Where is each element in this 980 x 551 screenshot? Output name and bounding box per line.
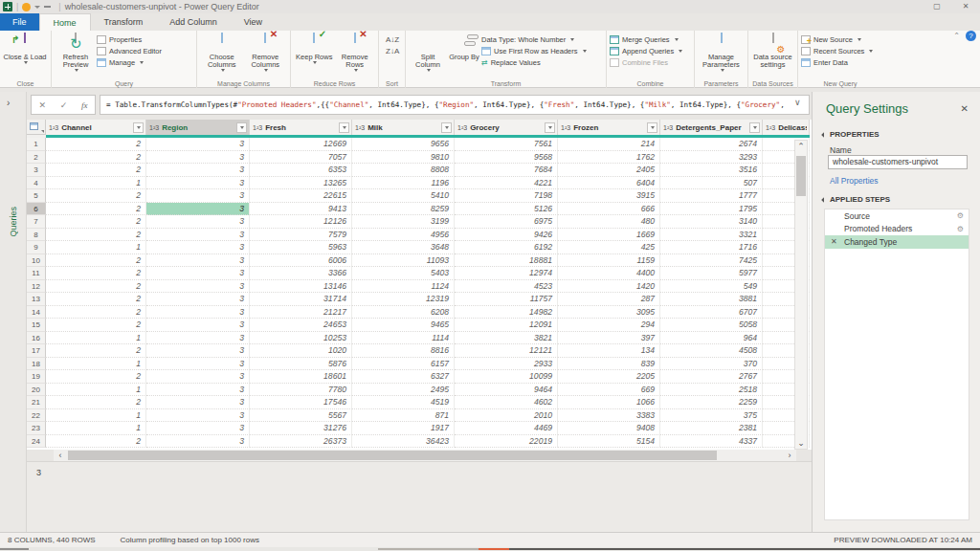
table-cell[interactable]: 6404 (558, 177, 660, 190)
sort-ascending-icon[interactable]: A↓Z (386, 36, 399, 44)
applied-step-promoted-headers[interactable]: Promoted Headers⚙ (825, 223, 969, 236)
table-cell[interactable]: 2 (46, 151, 146, 165)
new-source-button[interactable]: +New Source (801, 35, 873, 44)
step-settings-gear-icon[interactable]: ⚙ (957, 211, 964, 220)
table-cell[interactable]: 3915 (558, 189, 660, 203)
table-cell[interactable]: 1114 (352, 332, 455, 345)
tab-view[interactable]: View (231, 13, 276, 31)
table-cell[interactable]: 12121 (455, 344, 558, 358)
column-header-grocery[interactable]: 1²3Grocery (455, 120, 558, 135)
append-queries-button[interactable]: Append Queries (610, 47, 682, 55)
horizontal-scroll-thumb[interactable] (68, 451, 717, 460)
table-cell[interactable]: 11093 (352, 254, 455, 268)
table-cell[interactable]: 7057 (250, 151, 352, 165)
row-number[interactable]: 8 (27, 229, 46, 242)
table-cell[interactable]: 7780 (250, 384, 352, 397)
formula-commit-icon[interactable]: ✓ (60, 100, 68, 110)
table-cell[interactable]: 2674 (660, 138, 763, 151)
row-number[interactable]: 1 (27, 138, 46, 151)
row-number[interactable]: 14 (27, 306, 46, 320)
table-cell[interactable]: 964 (660, 332, 763, 345)
table-cell[interactable]: 3 (146, 396, 250, 409)
split-column-button[interactable]: Split Column (409, 33, 447, 77)
choose-columns-button[interactable]: Choose Columns (200, 33, 244, 77)
formula-cancel-icon[interactable]: ✕ (38, 100, 46, 110)
table-cell[interactable]: 6327 (352, 370, 455, 384)
table-cell[interactable]: 3366 (250, 267, 352, 280)
table-cell[interactable]: 2518 (660, 384, 763, 397)
table-cell[interactable]: 3 (146, 254, 250, 268)
table-cell[interactable]: 6208 (352, 306, 455, 320)
table-cell[interactable]: 3 (146, 422, 250, 435)
table-cell[interactable]: 2 (46, 319, 146, 332)
table-cell[interactable]: 5977 (660, 267, 763, 280)
queries-pane-expand-icon[interactable]: › (7, 98, 10, 108)
restore-window-button[interactable]: ▢ (923, 0, 951, 13)
table-cell[interactable]: 8808 (352, 164, 455, 177)
table-cell[interactable]: 4400 (558, 267, 660, 280)
table-cell[interactable]: 2933 (455, 358, 558, 371)
scroll-down-icon[interactable]: ⌄ (795, 438, 807, 448)
customize-toolbar-icon[interactable] (44, 6, 51, 8)
table-cell[interactable]: 31714 (250, 293, 352, 306)
table-cell[interactable]: 22019 (455, 435, 558, 449)
table-cell[interactable]: 6006 (250, 254, 352, 268)
filter-dropdown-icon[interactable] (133, 122, 144, 133)
table-cell[interactable]: 1 (46, 241, 146, 254)
table-cell[interactable]: 1669 (558, 229, 660, 242)
table-cell[interactable]: 2 (46, 229, 146, 242)
table-cell[interactable]: 4469 (455, 422, 558, 435)
row-number[interactable]: 24 (27, 435, 46, 449)
row-number[interactable]: 4 (27, 177, 46, 190)
table-cell[interactable]: 507 (660, 177, 763, 190)
table-cell[interactable]: 14982 (455, 306, 558, 320)
table-cell[interactable]: 871 (352, 409, 455, 423)
row-number[interactable]: 21 (27, 396, 46, 409)
replace-values-button[interactable]: ⇄Replace Values (481, 58, 587, 67)
quick-access-dropdown-icon[interactable] (34, 6, 40, 9)
table-cell[interactable]: 6707 (660, 306, 763, 320)
scroll-up-icon[interactable]: ⌃ (795, 142, 807, 151)
vertical-scrollbar[interactable]: ⌃ ⌄ (794, 140, 808, 450)
table-cell[interactable]: 7561 (455, 138, 558, 151)
table-cell[interactable]: 3881 (660, 293, 763, 306)
delete-step-icon[interactable]: ✕ (831, 237, 844, 246)
applied-step-source[interactable]: Source⚙ (825, 209, 969, 223)
filter-dropdown-icon[interactable] (545, 122, 555, 133)
table-cell[interactable]: 1020 (250, 344, 352, 358)
table-cell[interactable]: 294 (558, 319, 660, 332)
column-header-detergents_paper[interactable]: 1²3Detergents_Paper (660, 120, 763, 135)
query-settings-close-icon[interactable]: ✕ (961, 103, 969, 114)
column-header-delicassen[interactable]: 1²3Delicassen (763, 120, 810, 135)
table-cell[interactable]: 2 (46, 396, 146, 409)
row-number[interactable]: 3 (27, 164, 46, 177)
row-number[interactable]: 20 (27, 384, 46, 397)
sort-descending-icon[interactable]: Z↓A (386, 48, 399, 55)
table-cell[interactable]: 287 (558, 293, 660, 306)
table-cell[interactable]: 9408 (558, 422, 660, 435)
table-cell[interactable]: 3821 (455, 332, 558, 345)
table-cell[interactable]: 12974 (455, 267, 558, 280)
data-source-settings-button[interactable]: ⚙ Data source settings (751, 33, 794, 77)
advanced-editor-button[interactable]: Advanced Editor (97, 47, 162, 55)
table-cell[interactable]: 12669 (250, 138, 352, 151)
row-number[interactable]: 12 (27, 280, 46, 294)
table-cell[interactable]: 8816 (352, 344, 455, 358)
manage-button[interactable]: Manage (97, 58, 162, 67)
table-cell[interactable]: 3 (146, 344, 250, 358)
table-cell[interactable]: 26373 (250, 435, 352, 449)
table-cell[interactable]: 3 (146, 215, 250, 229)
table-cell[interactable]: 2 (46, 215, 146, 229)
table-cell[interactable]: 5876 (250, 358, 352, 371)
table-cell[interactable]: 1 (46, 177, 146, 190)
table-cell[interactable]: 2 (46, 164, 146, 177)
table-cell[interactable]: 7684 (455, 164, 558, 177)
column-header-channel[interactable]: 1²3Channel (46, 120, 146, 135)
applied-steps-section-header[interactable]: APPLIED STEPS (822, 195, 890, 204)
table-cell[interactable]: 1 (46, 384, 146, 397)
column-header-milk[interactable]: 1²3Milk (352, 120, 455, 135)
row-number[interactable]: 9 (27, 241, 46, 254)
table-cell[interactable]: 13146 (250, 280, 352, 294)
table-cell[interactable]: 2 (46, 138, 146, 151)
table-cell[interactable]: 10253 (250, 332, 352, 345)
